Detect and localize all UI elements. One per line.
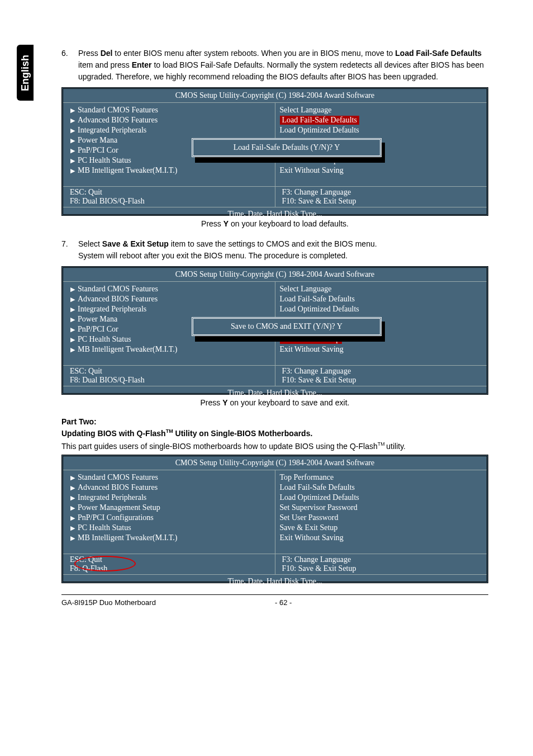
bios-menu-item[interactable]: PC Health Status (78, 523, 131, 532)
bios-menu-item[interactable]: Standard CMOS Features (78, 106, 158, 115)
bios-title: CMOS Setup Utility-Copyright (C) 1984-20… (63, 456, 487, 470)
bios-menu-item[interactable]: Exit Without Saving (280, 533, 344, 542)
menu-arrow-icon: ▶ (68, 296, 78, 303)
bios-menu-item[interactable]: Power Management Setup (78, 503, 160, 512)
menu-arrow-icon: ▶ (68, 157, 78, 164)
bios-help-esc: ESC: Quit (70, 188, 268, 197)
menu-arrow-icon: ▶ (68, 107, 78, 114)
t: Select (78, 239, 102, 248)
bios-help-f10: F10: Save & Exit Setup (282, 197, 480, 206)
menu-arrow-icon: ▶ (68, 484, 78, 492)
menu-arrow-icon: ▶ (68, 514, 78, 522)
bios-menu-item[interactable]: Standard CMOS Features (78, 473, 158, 482)
bios-menu-item[interactable]: Advanced BIOS Features (78, 116, 158, 125)
menu-arrow-icon: ▶ (68, 167, 78, 174)
menu-arrow-icon: ▶ (68, 535, 78, 542)
bios-menu-item[interactable]: MB Intelligent Tweaker(M.I.T.) (78, 345, 178, 354)
t: This part guides users of single-BIOS mo… (61, 441, 378, 450)
step-number: 7. (61, 238, 78, 262)
page-footer: GA-8I915P Duo Motherboard - 62 - (61, 594, 488, 607)
menu-arrow-icon: ▶ (68, 306, 78, 313)
t: to enter BIOS menu after system reboots.… (112, 49, 395, 58)
bios-menu-item[interactable]: Power Mana (78, 315, 117, 324)
trademark-icon: TM (378, 441, 387, 447)
key-save-exit: Save & Exit Setup (102, 239, 169, 248)
menu-arrow-icon: ▶ (68, 525, 78, 532)
bios-menu-item[interactable]: Advanced BIOS Features (78, 295, 158, 304)
bios-menu-item[interactable]: Load Fail-Safe Defaults (280, 295, 355, 304)
bios-menu-item[interactable]: Select Language (280, 106, 332, 115)
language-tab: English (17, 45, 34, 101)
bios-menu-item[interactable]: Save & Exit Setup (280, 523, 338, 532)
bios-menu-item[interactable]: MB Intelligent Tweaker(M.I.T.) (78, 166, 178, 175)
key-load-failsafe: Load Fail-Safe Defaults (395, 49, 482, 58)
bios-menu-item[interactable]: Load Fail-Safe Defaults (280, 483, 355, 492)
bios-menu-item[interactable]: Load Optimized Defaults (280, 126, 359, 135)
bios-menu-item[interactable]: Set User Password (280, 513, 339, 522)
bios-menu-item[interactable]: Integrated Peripherals (78, 493, 146, 502)
step-text: Press Del to enter BIOS menu after syste… (78, 48, 488, 83)
bios-menu-item[interactable]: MB Intelligent Tweaker(M.I.T.) (78, 533, 178, 542)
bios-menu-item[interactable]: PnP/PCI Cor (78, 325, 118, 334)
bios-help-f10: F10: Save & Exit Setup (282, 376, 480, 385)
t: Updating BIOS with Q-Flash (61, 429, 166, 438)
bios-menu-item[interactable]: Load Optimized Defaults (280, 493, 359, 502)
bios-menu-item[interactable]: Advanced BIOS Features (78, 483, 158, 492)
step-6: 6. Press Del to enter BIOS menu after sy… (61, 48, 488, 83)
bios-menu-item[interactable]: Load Optimized Defaults (280, 305, 359, 314)
menu-arrow-icon: ▶ (68, 474, 78, 481)
bios-hint: Time, Date, Hard Disk Type... (63, 207, 487, 221)
bios-help-f10: F10: Save & Exit Setup (282, 564, 480, 573)
bios-menu-item[interactable]: Top Performance (280, 473, 334, 482)
footer-page-number: - 62 - (275, 598, 488, 607)
bios-help-f3: F3: Change Language (282, 555, 480, 564)
menu-arrow-icon: ▶ (68, 316, 78, 323)
bios-menu-item[interactable]: PC Health Status (78, 335, 131, 344)
t: System will reboot after you exit the BI… (78, 251, 348, 260)
bios-help-f3: F3: Change Language (282, 188, 480, 197)
bios-menu-item[interactable]: PnP/PCI Cor (78, 146, 118, 155)
bios-left-column: ▶Standard CMOS Features ▶Advanced BIOS F… (63, 470, 275, 554)
bios-menu-item[interactable]: Select Language (280, 285, 332, 294)
trademark-icon: TM (166, 428, 173, 434)
step-number: 6. (61, 48, 78, 83)
bios-help-f8: F8: Dual BIOS/Q-Flash (70, 376, 268, 385)
bios-hint: Time, Date, Hard Disk Type... (63, 386, 487, 400)
bios-menu-item[interactable]: Exit Without Saving (280, 345, 344, 354)
bios-menu-item[interactable]: Power Mana (78, 136, 117, 145)
bios-confirm-popup[interactable]: Load Fail-Safe Defaults (Y/N)? Y (192, 138, 382, 157)
bios-screenshot-qflash: CMOS Setup Utility-Copyright (C) 1984-20… (61, 455, 488, 583)
menu-arrow-icon: ▶ (68, 127, 78, 134)
bios-menu-item[interactable]: PC Health Status (78, 156, 131, 165)
bios-title: CMOS Setup Utility-Copyright (C) 1984-20… (63, 268, 487, 282)
bios-menu-item[interactable]: Integrated Peripherals (78, 126, 146, 135)
menu-arrow-icon: ▶ (68, 326, 78, 333)
bios-menu-item[interactable]: Standard CMOS Features (78, 285, 158, 294)
menu-arrow-icon: ▶ (68, 494, 78, 502)
step-7: 7. Select Save & Exit Setup item to save… (61, 238, 488, 262)
step-text: Select Save & Exit Setup item to save th… (78, 238, 488, 262)
bios-help-f3: F3: Change Language (282, 367, 480, 376)
t: utility. (386, 441, 406, 450)
bios-confirm-popup[interactable]: Save to CMOS and EXIT (Y/N)? Y (192, 317, 382, 336)
bios-help-f8: F8: Dual BIOS/Q-Flash (70, 197, 268, 206)
menu-arrow-icon: ▶ (68, 147, 78, 154)
bios-menu-item-selected[interactable]: Load Fail-Safe Defaults (280, 116, 360, 125)
bios-menu-item[interactable]: Exit Without Saving (280, 166, 344, 175)
menu-arrow-icon: ▶ (68, 286, 78, 293)
menu-arrow-icon: ▶ (68, 346, 78, 353)
t: item and press (78, 60, 132, 69)
bios-title: CMOS Setup Utility-Copyright (C) 1984-20… (63, 89, 487, 103)
bios-menu-item[interactable]: Integrated Peripherals (78, 305, 146, 314)
footer-product: GA-8I915P Duo Motherboard (61, 598, 275, 607)
menu-arrow-icon: ▶ (68, 336, 78, 343)
t: item to save the settings to CMOS and ex… (169, 239, 377, 248)
part-two-subheading: Updating BIOS with Q-FlashTM Utility on … (61, 428, 488, 438)
bios-help-esc: ESC: Quit (70, 367, 268, 376)
bios-hint: Time, Date, Hard Disk Type... (63, 575, 487, 588)
bios-screenshot-load-defaults: CMOS Setup Utility-Copyright (C) 1984-20… (61, 87, 488, 216)
bios-menu-item[interactable]: PnP/PCI Configurations (78, 513, 154, 522)
part-two-intro: This part guides users of single-BIOS mo… (61, 441, 488, 451)
menu-arrow-icon: ▶ (68, 137, 78, 144)
bios-menu-item[interactable]: Set Supervisor Password (280, 503, 358, 512)
